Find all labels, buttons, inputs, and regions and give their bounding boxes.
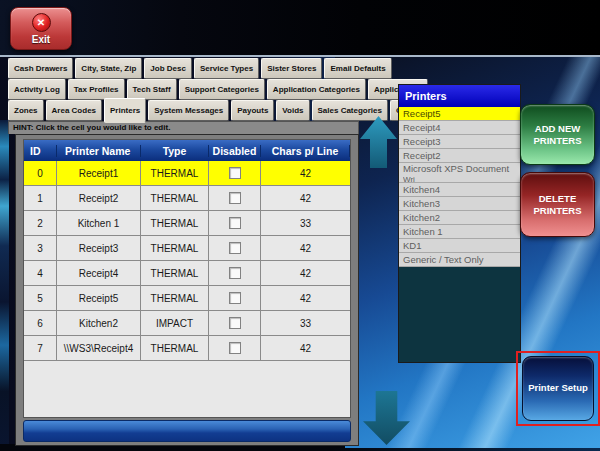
- cell-name[interactable]: Receipt5: [57, 286, 141, 310]
- cell-type[interactable]: THERMAL: [141, 236, 209, 260]
- cell-chars[interactable]: 42: [261, 236, 350, 260]
- list-item-kitchen3[interactable]: Kitchen3: [399, 197, 520, 211]
- list-item-kitchen4[interactable]: Kitchen4: [399, 183, 520, 197]
- cell-type[interactable]: THERMAL: [141, 286, 209, 310]
- cell-name[interactable]: \\WS3\Receipt4: [57, 336, 141, 360]
- cell-type[interactable]: THERMAL: [141, 336, 209, 360]
- list-item-kitchen2[interactable]: Kitchen2: [399, 211, 520, 225]
- list-item-receipt5[interactable]: Receipt5: [399, 107, 520, 121]
- tab-sales-categories[interactable]: Sales Categories: [312, 100, 388, 121]
- list-item-kd1[interactable]: KD1: [399, 239, 520, 253]
- cell-name[interactable]: Receipt1: [57, 161, 141, 185]
- delete-printers-button[interactable]: DELETE PRINTERS: [520, 172, 595, 237]
- tab-sister-stores[interactable]: Sister Stores: [261, 58, 322, 79]
- tab-payouts[interactable]: Payouts: [231, 100, 274, 121]
- disabled-checkbox-cell[interactable]: [209, 261, 261, 285]
- disabled-checkbox-cell[interactable]: [209, 311, 261, 335]
- table-row-printer-5[interactable]: 5Receipt5THERMAL42: [24, 286, 350, 311]
- column-header-chars: Chars p/ Line: [261, 145, 350, 157]
- tab-system-messages[interactable]: System Messages: [148, 100, 229, 121]
- printers-list-empty-area: [399, 267, 520, 362]
- table-row-printer-7[interactable]: 7\\WS3\Receipt4THERMAL42: [24, 336, 350, 361]
- disabled-checkbox-cell[interactable]: [209, 236, 261, 260]
- cell-id[interactable]: 5: [24, 286, 57, 310]
- disabled-checkbox[interactable]: [229, 267, 241, 279]
- cell-chars[interactable]: 42: [261, 261, 350, 285]
- close-x-icon: ✕: [32, 13, 51, 32]
- disabled-checkbox[interactable]: [229, 167, 241, 179]
- printers-list-items: Receipt5Receipt4Receipt3Receipt2Microsof…: [399, 107, 520, 267]
- list-item-receipt2[interactable]: Receipt2: [399, 149, 520, 163]
- printer-settings-screen: ✕ Exit Cash DrawersCity, State, ZipJob D…: [0, 0, 600, 451]
- tab-support-categories[interactable]: Support Categories: [179, 79, 265, 100]
- tab-job-desc[interactable]: Job Desc: [144, 58, 192, 79]
- tab-cash-drawers[interactable]: Cash Drawers: [8, 58, 73, 79]
- tab-zones[interactable]: Zones: [8, 100, 44, 121]
- disabled-checkbox-cell[interactable]: [209, 211, 261, 235]
- tab-tech-staff[interactable]: Tech Staff: [127, 79, 177, 100]
- cell-id[interactable]: 2: [24, 211, 57, 235]
- disabled-checkbox[interactable]: [229, 242, 241, 254]
- horizontal-scrollbar[interactable]: [23, 420, 351, 442]
- disabled-checkbox-cell[interactable]: [209, 186, 261, 210]
- disabled-checkbox[interactable]: [229, 292, 241, 304]
- cell-id[interactable]: 7: [24, 336, 57, 360]
- disabled-checkbox-cell[interactable]: [209, 161, 261, 185]
- cell-chars[interactable]: 33: [261, 211, 350, 235]
- cell-id[interactable]: 0: [24, 161, 57, 185]
- cell-name[interactable]: Receipt2: [57, 186, 141, 210]
- tab-row-2: Activity LogTax ProfilesTech StaffSuppor…: [8, 79, 359, 100]
- tab-city-state-zip[interactable]: City, State, Zip: [75, 58, 142, 79]
- disabled-checkbox[interactable]: [229, 342, 241, 354]
- disabled-checkbox[interactable]: [229, 192, 241, 204]
- disabled-checkbox-cell[interactable]: [209, 336, 261, 360]
- cell-type[interactable]: THERMAL: [141, 211, 209, 235]
- tab-printers[interactable]: Printers: [104, 98, 146, 123]
- tab-email-defaults[interactable]: Email Defaults: [324, 58, 391, 79]
- tab-application-categories[interactable]: Application Categories: [267, 79, 366, 100]
- cell-type[interactable]: IMPACT: [141, 311, 209, 335]
- tab-service-types[interactable]: Service Types: [194, 58, 259, 79]
- table-row-printer-4[interactable]: 4Receipt4THERMAL42: [24, 261, 350, 286]
- cell-type[interactable]: THERMAL: [141, 161, 209, 185]
- tab-activity-log[interactable]: Activity Log: [8, 79, 66, 100]
- printer-table-empty-area: [24, 361, 350, 417]
- table-row-printer-2[interactable]: 2Kitchen 1THERMAL33: [24, 211, 350, 236]
- cell-name[interactable]: Kitchen 1: [57, 211, 141, 235]
- cell-id[interactable]: 4: [24, 261, 57, 285]
- table-row-printer-6[interactable]: 6Kitchen2IMPACT33: [24, 311, 350, 336]
- table-row-printer-1[interactable]: 1Receipt2THERMAL42: [24, 186, 350, 211]
- list-item-receipt3[interactable]: Receipt3: [399, 135, 520, 149]
- list-item-kitchen-1[interactable]: Kitchen 1: [399, 225, 520, 239]
- disabled-checkbox[interactable]: [229, 217, 241, 229]
- cell-id[interactable]: 6: [24, 311, 57, 335]
- exit-button[interactable]: ✕ Exit: [10, 7, 72, 50]
- tab-rows: Cash DrawersCity, State, ZipJob DescServ…: [8, 58, 359, 121]
- settings-panel: Cash DrawersCity, State, ZipJob DescServ…: [8, 58, 359, 446]
- table-row-printer-0[interactable]: 0Receipt1THERMAL42: [24, 161, 350, 186]
- cell-id[interactable]: 3: [24, 236, 57, 260]
- disabled-checkbox[interactable]: [229, 317, 241, 329]
- cell-chars[interactable]: 42: [261, 161, 350, 185]
- cell-name[interactable]: Receipt4: [57, 261, 141, 285]
- tab-tax-profiles[interactable]: Tax Profiles: [68, 79, 125, 100]
- list-item-generic-text-only[interactable]: Generic / Text Only: [399, 253, 520, 267]
- tab-area-codes[interactable]: Area Codes: [46, 100, 102, 121]
- disabled-checkbox-cell[interactable]: [209, 286, 261, 310]
- cell-chars[interactable]: 42: [261, 186, 350, 210]
- tab-voids[interactable]: Voids: [276, 100, 309, 121]
- cell-name[interactable]: Kitchen2: [57, 311, 141, 335]
- cell-chars[interactable]: 42: [261, 286, 350, 310]
- table-row-printer-3[interactable]: 3Receipt3THERMAL42: [24, 236, 350, 261]
- cell-chars[interactable]: 33: [261, 311, 350, 335]
- list-item-receipt4[interactable]: Receipt4: [399, 121, 520, 135]
- cell-type[interactable]: THERMAL: [141, 261, 209, 285]
- list-item-microsoft-xps-document[interactable]: Microsoft XPS DocumentWri: [399, 163, 520, 183]
- cell-type[interactable]: THERMAL: [141, 186, 209, 210]
- add-new-printers-button[interactable]: ADD NEW PRINTERS: [520, 104, 595, 165]
- printer-setup-button[interactable]: Printer Setup: [522, 356, 594, 421]
- cell-id[interactable]: 1: [24, 186, 57, 210]
- cell-chars[interactable]: 42: [261, 336, 350, 360]
- cell-name[interactable]: Receipt3: [57, 236, 141, 260]
- tab-row-1: Cash DrawersCity, State, ZipJob DescServ…: [8, 58, 359, 79]
